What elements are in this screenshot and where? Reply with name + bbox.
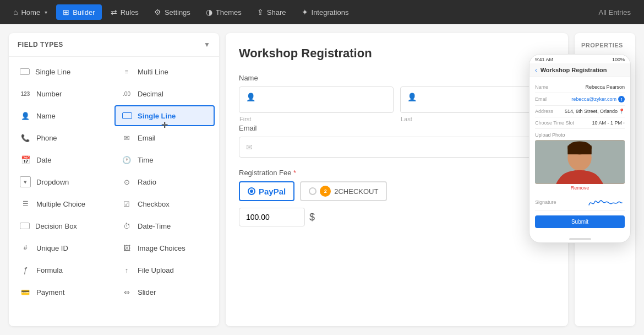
builder-icon: ⊞	[63, 8, 69, 17]
signature-svg	[586, 197, 625, 208]
mobile-nav-bar: ‹ Workshop Registration	[530, 63, 630, 77]
mobile-battery: 100%	[612, 57, 625, 62]
field-type-phone[interactable]: 📞 Phone	[13, 127, 113, 148]
field-type-multiple-choice[interactable]: ☰ Multiple Choice	[13, 193, 113, 214]
person-icon-2: 👤	[407, 93, 417, 101]
field-type-time[interactable]: 🕐 Time	[114, 149, 215, 170]
time-icon: 🕐	[121, 154, 132, 165]
radio-icon: ⊙	[121, 176, 132, 187]
remove-photo-link[interactable]: Remove	[535, 185, 625, 191]
svg-rect-5	[567, 145, 591, 154]
nav-integrations[interactable]: ✦ Integrations	[295, 4, 356, 20]
amount-row: $	[239, 208, 555, 226]
field-type-single-line[interactable]: Single Line	[13, 61, 113, 82]
all-entries-link[interactable]: All Entries	[592, 5, 637, 20]
field-type-image-choices[interactable]: 🖼 Image Choices	[114, 237, 215, 258]
signature-label: Signature	[535, 199, 556, 205]
multi-line-icon: ≡	[121, 66, 132, 77]
main-area: FIELD TYPES ▼ Single Line ≡ Multi Line 1…	[0, 24, 644, 335]
integrations-icon: ✦	[302, 8, 308, 17]
name-field-label: Name	[239, 74, 555, 82]
field-type-email[interactable]: ✉ Email	[114, 127, 215, 148]
checkout-option[interactable]: 2 2CHECKOUT	[300, 181, 387, 201]
paypal-label: PayPal	[259, 187, 286, 196]
registration-fee-label: Registration Fee *	[239, 169, 555, 177]
payment-icon: 💳	[20, 287, 31, 298]
chevron-right-icon: ›	[623, 120, 625, 126]
nav-settings[interactable]: ⚙ Settings	[148, 4, 197, 20]
nav-rules[interactable]: ⇄ Rules	[104, 4, 145, 20]
single-line-drag-icon	[122, 112, 132, 119]
field-type-name[interactable]: 👤 Name	[13, 105, 113, 126]
email-envelope-icon: ✉	[246, 143, 253, 152]
checkout-logo: 2	[320, 186, 331, 197]
field-type-single-line-dragging[interactable]: Single Line ✛	[114, 105, 215, 126]
field-type-decision-box[interactable]: Decision Box	[13, 215, 113, 236]
home-icon: ⌂	[13, 8, 18, 17]
payment-options-row: PayPal 2 2CHECKOUT	[239, 181, 555, 201]
field-type-multi-line[interactable]: ≡ Multi Line	[114, 61, 215, 82]
mobile-preview: 9:41 AM 100% ‹ Workshop Registration Nam…	[529, 54, 631, 243]
mobile-photo-section: Upload Photo	[535, 129, 625, 194]
image-choices-icon: 🖼	[121, 242, 132, 253]
field-type-checkbox[interactable]: ☑ Checkbox	[114, 193, 215, 214]
mobile-timeslot-value: 10 AM - 1 PM ›	[592, 120, 625, 126]
field-type-decimal[interactable]: .00 Decimal	[114, 83, 215, 104]
field-type-dropdown[interactable]: ▾ Dropdown	[13, 171, 113, 192]
mobile-address-value: 514, 6th Street, Orlando 📍	[565, 109, 625, 114]
field-type-number[interactable]: 123 Number	[13, 83, 113, 104]
field-type-payment[interactable]: 💳 Payment	[13, 282, 113, 302]
field-types-panel: FIELD TYPES ▼ Single Line ≡ Multi Line 1…	[9, 33, 219, 326]
themes-icon: ◑	[206, 8, 212, 17]
nav-share[interactable]: ⇪ Share	[250, 4, 293, 20]
mobile-time: 9:41 AM	[535, 57, 553, 62]
paypal-radio	[248, 187, 255, 195]
field-types-title: FIELD TYPES	[18, 41, 63, 48]
field-type-date[interactable]: 📅 Date	[13, 149, 113, 170]
datetime-icon: ⏱	[121, 220, 132, 231]
slider-icon: ⇔	[121, 287, 132, 298]
first-name-input[interactable]: 👤 First	[239, 87, 394, 113]
form-email-group: Email ✉	[239, 124, 555, 158]
mobile-name-value: Rebecca Pearson	[585, 84, 625, 90]
form-title: Workshop Registration	[239, 46, 555, 61]
formula-icon: ƒ	[20, 264, 31, 275]
dropdown-icon: ▾	[20, 176, 31, 187]
paypal-option[interactable]: PayPal	[239, 181, 294, 201]
mobile-email-row: Email rebecca@zyker.com f	[535, 93, 625, 106]
mobile-back-icon[interactable]: ‹	[535, 67, 537, 73]
mobile-page-title: Workshop Registration	[541, 67, 607, 73]
checkout-label: 2CHECKOUT	[334, 187, 378, 196]
nav-themes[interactable]: ◑ Themes	[199, 4, 248, 20]
decision-box-icon	[20, 223, 30, 229]
number-icon: 123	[20, 88, 31, 99]
mobile-name-label: Name	[535, 84, 548, 90]
nav-home[interactable]: ⌂ Home ▾	[7, 4, 54, 20]
field-type-radio[interactable]: ⊙ Radio	[114, 171, 215, 192]
mobile-email-label: Email	[535, 96, 548, 102]
person-icon: 👤	[246, 93, 255, 101]
field-type-unique-id[interactable]: # Unique ID	[13, 237, 113, 258]
form-builder-panel: Workshop Registration Name 👤 First 👤 Las…	[226, 33, 568, 326]
top-navigation: ⌂ Home ▾ ⊞ Builder ⇄ Rules ⚙ Settings ◑ …	[0, 0, 644, 24]
field-type-datetime[interactable]: ⏱ Date-Time	[114, 215, 215, 236]
date-icon: 📅	[20, 154, 31, 165]
mobile-submit-btn[interactable]: Submit	[535, 215, 625, 228]
field-type-formula[interactable]: ƒ Formula	[13, 260, 113, 280]
amount-input[interactable]	[239, 208, 305, 226]
form-name-group: Name 👤 First 👤 Last	[239, 74, 555, 113]
properties-title: PROPERTIES	[581, 42, 629, 48]
mobile-signature-row: Signature	[535, 194, 625, 211]
rules-icon: ⇄	[111, 8, 117, 17]
name-fields-row: 👤 First 👤 Last	[239, 87, 555, 113]
mobile-photo	[535, 140, 625, 184]
nav-builder[interactable]: ⊞ Builder	[56, 4, 101, 20]
drag-cursor-icon: ✛	[161, 121, 168, 129]
field-types-header: FIELD TYPES ▼	[9, 33, 219, 57]
share-icon: ⇪	[257, 8, 264, 17]
field-type-slider[interactable]: ⇔ Slider	[114, 282, 215, 302]
email-input[interactable]: ✉	[239, 137, 555, 158]
mobile-address-label: Address	[535, 109, 553, 114]
field-type-file-upload[interactable]: ↑ File Upload	[114, 260, 215, 280]
field-types-collapse-icon[interactable]: ▼	[204, 41, 210, 48]
